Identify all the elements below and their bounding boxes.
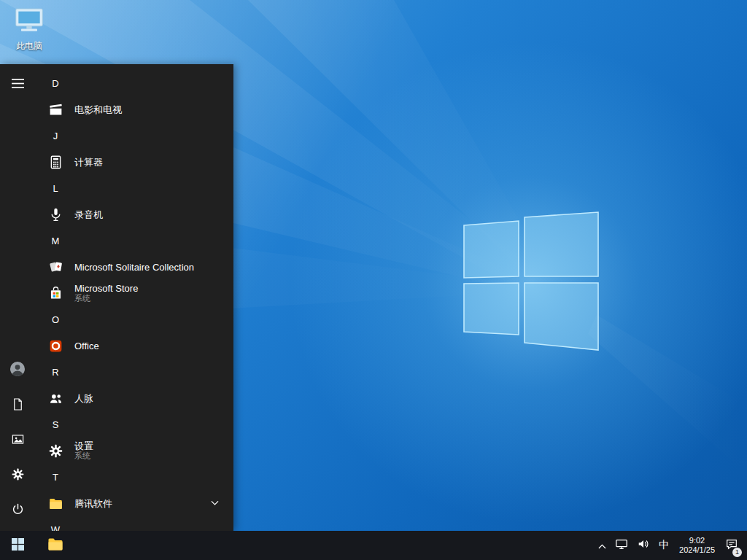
file-explorer-button[interactable] [39,531,71,560]
people-icon [42,385,69,411]
section-letter[interactable]: M [42,228,69,254]
section-header-d: D [35,70,233,96]
chevron-down-icon[interactable] [211,500,219,505]
user-account-button[interactable] [0,353,35,388]
section-letter[interactable]: T [42,464,69,490]
store-icon [42,280,69,306]
app-label: 录音机 [74,209,103,220]
app-label: 计算器 [74,157,103,168]
action-center-button[interactable]: 1 [721,531,743,560]
start-menu: D 电影和电视 J [0,64,233,531]
notification-badge: 1 [732,548,742,557]
app-label: Office [74,341,99,351]
volume-icon [637,537,650,553]
desktop-icon-this-pc[interactable]: 此电脑 [9,7,50,52]
hamburger-icon [12,78,24,91]
movies-tv-icon [42,96,69,122]
section-letter[interactable]: J [42,122,69,149]
app-sublabel: 系统 [74,294,138,303]
app-item-solitaire[interactable]: Microsoft Solitaire Collection [35,254,233,280]
documents-button[interactable] [0,388,35,423]
calculator-icon [42,149,69,175]
taskbar: 中 9:02 2024/1/25 1 [0,531,747,560]
section-header-j: J [35,122,233,149]
section-header-w: W [35,516,233,531]
section-letter[interactable]: W [42,516,69,531]
app-label: 人脉 [74,393,93,404]
clock-time: 9:02 [679,536,715,545]
settings-gear-icon [42,438,69,464]
file-explorer-icon [47,535,64,556]
section-letter[interactable]: D [42,70,69,96]
app-item-calculator[interactable]: 计算器 [35,149,233,175]
section-letter[interactable]: S [42,411,69,438]
volume-button[interactable] [632,531,654,560]
app-label: Microsoft Store [74,283,138,294]
app-sublabel: 系统 [74,451,93,461]
section-letter[interactable]: O [42,306,69,332]
ime-indicator[interactable]: 中 [654,531,673,560]
app-item-people[interactable]: 人脉 [35,385,233,411]
section-header-t: T [35,464,233,490]
start-menu-rail [0,64,35,531]
folder-icon [42,490,69,516]
app-label: 腾讯软件 [74,498,112,509]
app-item-microsoft-store[interactable]: Microsoft Store 系统 [35,280,233,306]
this-pc-icon [13,7,45,37]
app-label: Microsoft Solitaire Collection [74,262,194,273]
app-label: 电影和电视 [74,104,122,115]
solitaire-icon [42,254,69,280]
clock-date: 2024/1/25 [679,545,715,555]
clock[interactable]: 9:02 2024/1/25 [673,531,721,560]
pictures-button[interactable] [0,423,35,458]
section-letter[interactable]: L [42,175,69,201]
app-label: 设置 [74,440,93,451]
system-tray: 中 9:02 2024/1/25 1 [594,531,747,560]
settings-button[interactable] [0,458,35,493]
app-item-movies-tv[interactable]: 电影和电视 [35,96,233,122]
settings-gear-icon [11,467,25,484]
network-icon [615,537,628,553]
power-button[interactable] [0,493,35,528]
chevron-up-icon [598,539,606,552]
pictures-icon [11,432,25,449]
section-header-s: S [35,411,233,438]
voice-recorder-icon [42,201,69,228]
documents-icon [11,397,25,414]
section-header-r: R [35,359,233,385]
section-header-m: M [35,228,233,254]
show-hidden-icons-button[interactable] [594,531,611,560]
expand-menu-button[interactable] [0,67,35,102]
windows-logo [461,210,604,356]
app-item-office[interactable]: Office [35,332,233,359]
desktop-icon-label: 此电脑 [16,40,42,52]
app-item-voice-recorder[interactable]: 录音机 [35,201,233,228]
network-status-button[interactable] [611,531,632,560]
app-item-tencent-folder[interactable]: 腾讯软件 [35,490,233,516]
section-letter[interactable]: R [42,359,69,385]
section-header-o: O [35,306,233,332]
start-menu-app-list: D 电影和电视 J [35,64,233,531]
power-icon [11,502,25,519]
office-icon [42,332,69,359]
user-avatar-icon [9,360,26,381]
app-item-settings[interactable]: 设置 系统 [35,438,233,464]
section-header-l: L [35,175,233,201]
windows-desktop-screen: 此电脑 [0,0,747,560]
start-button[interactable] [0,531,35,560]
windows-logo-icon [12,538,24,553]
